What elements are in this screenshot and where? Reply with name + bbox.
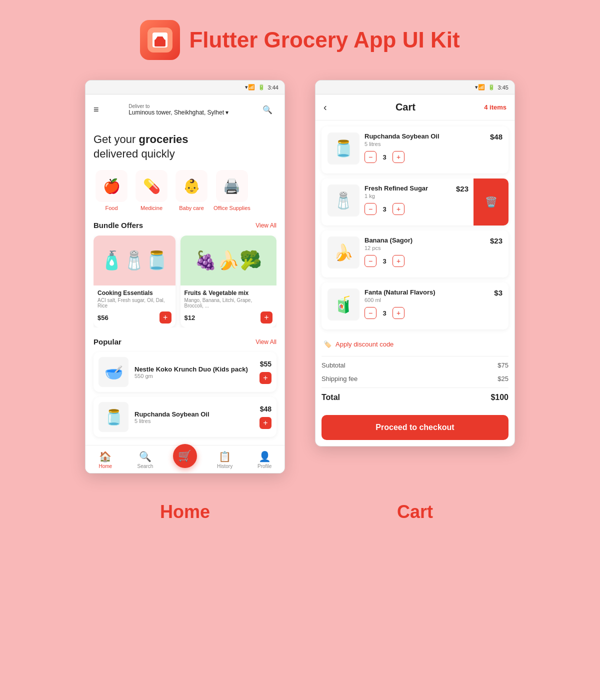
subtotal-row: Subtotal $75 xyxy=(322,358,508,372)
sugar-qty-plus[interactable]: + xyxy=(392,203,404,215)
search-button[interactable]: 🔍 xyxy=(258,100,276,118)
app-logo xyxy=(140,20,180,60)
checkout-button[interactable]: Proceed to checkout xyxy=(322,415,508,440)
shipping-value: $25 xyxy=(498,375,508,382)
sugar-qty-minus[interactable]: − xyxy=(364,203,376,215)
popular-list: 🥣 Nestle Koko Krunch Duo (Kids pack) 550… xyxy=(94,352,276,437)
total-label: Total xyxy=(322,393,340,402)
bundle-cooking-img: 🧴🧂🫙 xyxy=(94,236,176,286)
koko-img: 🥣 xyxy=(98,357,128,387)
bundle-veg-name: Fruits & Vegetable mix xyxy=(184,290,272,296)
bundle-cooking: 🧴🧂🫙 Cooking Essentials ACI salt, Fresh s… xyxy=(94,236,176,328)
nav-cart[interactable]: 🛒 xyxy=(165,452,205,468)
deliver-address: Luminous tower, Sheikhghat, Sylhet ▾ xyxy=(128,109,228,116)
home-content: Get your groceriesdelivered quickly 🍎 Fo… xyxy=(86,124,284,445)
nav-home[interactable]: 🏠 Home xyxy=(86,450,126,469)
bundle-cooking-add[interactable]: + xyxy=(160,312,172,324)
food-icon: 🍎 xyxy=(96,170,128,202)
bundle-veg-add[interactable]: + xyxy=(260,312,272,324)
deliver-label: Deliver to xyxy=(128,104,228,109)
banana-qty-num: 3 xyxy=(380,258,388,265)
category-baby-care[interactable]: 👶 Baby care xyxy=(174,170,210,211)
popular-view-all[interactable]: View All xyxy=(256,338,276,346)
soybean-sub: 5 litres xyxy=(134,418,254,424)
search-icon: 🔍 xyxy=(262,105,272,114)
soybean-img: 🫙 xyxy=(98,402,128,432)
cart-nav-btn[interactable]: 🛒 xyxy=(173,444,197,468)
bundle-cooking-name: Cooking Essentials xyxy=(98,290,172,296)
soybean-add[interactable]: + xyxy=(260,417,272,429)
nav-profile[interactable]: 👤 Profile xyxy=(244,450,284,469)
soybean-qty-minus[interactable]: − xyxy=(364,151,376,163)
category-office[interactable]: 🖨️ Office Supplies xyxy=(214,170,250,211)
shipping-row: Shipping fee $25 xyxy=(322,372,508,386)
bundle-title: Bundle Offers xyxy=(94,221,143,230)
banana-cart-sub: 12 pcs xyxy=(364,245,485,251)
soybean-qty-control: − 3 + xyxy=(364,151,485,163)
nav-history[interactable]: 📋 History xyxy=(205,450,245,469)
food-label: Food xyxy=(105,205,118,211)
banana-qty-minus[interactable]: − xyxy=(364,255,376,267)
discount-label: Apply discount code xyxy=(336,340,394,348)
soybean-qty-plus[interactable]: + xyxy=(392,151,404,163)
sugar-cart-right: $23 xyxy=(456,184,468,220)
sugar-cart-name: Fresh Refined Sugar xyxy=(364,184,451,192)
bundle-veg-img: 🍇🍌🥦 xyxy=(180,236,276,286)
koko-right: $55 + xyxy=(260,360,272,384)
bundle-cooking-footer: $56 + xyxy=(98,312,172,324)
fanta-qty-minus[interactable]: − xyxy=(364,307,376,319)
page-labels: Home Cart xyxy=(85,502,515,522)
bottom-nav: 🏠 Home 🔍 Search 🛒 📋 History 👤 Profile xyxy=(86,445,284,473)
bundle-veg-info: Fruits & Vegetable mix Mango, Banana, Li… xyxy=(180,286,276,328)
cart-header: ‹ Cart 4 items xyxy=(316,94,514,120)
popular-item-koko: 🥣 Nestle Koko Krunch Duo (Kids pack) 550… xyxy=(94,352,276,392)
koko-add[interactable]: + xyxy=(260,372,272,384)
back-button[interactable]: ‹ xyxy=(324,102,327,113)
phones-container: ▾📶 🔋 3:44 ≡ Deliver to Luminous tower, S… xyxy=(85,80,515,474)
baby-care-icon: 👶 xyxy=(176,170,208,202)
koko-sub: 550 gm xyxy=(134,373,254,379)
bundle-view-all[interactable]: View All xyxy=(256,222,276,229)
koko-name: Nestle Koko Krunch Duo (Kids pack) xyxy=(134,366,254,373)
subtotal-label: Subtotal xyxy=(322,362,346,369)
koko-info: Nestle Koko Krunch Duo (Kids pack) 550 g… xyxy=(134,366,254,379)
cart-content: 🫙 Rupchanda Soybean Oil 5 litres − 3 + $… xyxy=(316,120,514,446)
home-phone: ▾📶 🔋 3:44 ≡ Deliver to Luminous tower, S… xyxy=(85,80,285,474)
office-icon: 🖨️ xyxy=(216,170,248,202)
cart-item-sugar: 🧂 Fresh Refined Sugar 1 kg − 3 + $23 🗑️ xyxy=(322,178,508,226)
categories-row: 🍎 Food 💊 Medicine 👶 Baby care 🖨️ Office … xyxy=(94,170,276,211)
category-medicine[interactable]: 💊 Medicine xyxy=(134,170,170,211)
discount-row[interactable]: 🏷️ Apply discount code xyxy=(322,334,508,354)
svg-rect-2 xyxy=(154,40,166,46)
bundle-veg-desc: Mango, Banana, Litchi, Grape, Broccoli, … xyxy=(184,298,272,308)
soybean-cart-right: $48 xyxy=(490,132,502,168)
banana-qty-control: − 3 + xyxy=(364,255,485,267)
office-label: Office Supplies xyxy=(214,205,250,211)
bundle-veg-price: $12 xyxy=(184,314,196,322)
fanta-cart-name: Fanta (Natural Flavors) xyxy=(364,288,489,296)
banana-cart-img: 🍌 xyxy=(328,236,360,268)
medicine-icon: 💊 xyxy=(136,170,168,202)
cart-item-banana: 🍌 Banana (Sagor) 12 pcs − 3 + $23 xyxy=(322,230,508,278)
cart-page-label: Cart xyxy=(315,502,515,522)
soybean-right: $48 + xyxy=(260,405,272,429)
soybean-info: Rupchanda Soybean Oil 5 litres xyxy=(134,410,254,424)
bundle-cooking-desc: ACI salt, Fresh sugar, Oil, Dal, Rice xyxy=(98,298,172,308)
nav-search[interactable]: 🔍 Search xyxy=(126,450,166,469)
fanta-cart-price: $3 xyxy=(494,288,502,297)
fanta-cart-info: Fanta (Natural Flavors) 600 ml − 3 + xyxy=(364,288,489,319)
hero-heading: Get your groceriesdelivered quickly xyxy=(94,132,276,161)
fanta-qty-plus[interactable]: + xyxy=(392,307,404,319)
app-header: Flutter Grocery App UI Kit xyxy=(140,20,460,60)
search-nav-icon: 🔍 xyxy=(139,450,152,462)
popular-section-header: Popular View All xyxy=(94,338,276,346)
banana-qty-plus[interactable]: + xyxy=(392,255,404,267)
soybean-price: $48 xyxy=(260,405,272,413)
sugar-delete-btn[interactable]: 🗑️ xyxy=(474,178,508,226)
banana-cart-right: $23 xyxy=(490,236,502,272)
koko-price: $55 xyxy=(260,360,272,368)
soybean-cart-price: $48 xyxy=(490,132,502,141)
fanta-cart-img: 🧃 xyxy=(328,288,360,320)
category-food[interactable]: 🍎 Food xyxy=(94,170,130,211)
menu-icon[interactable]: ≡ xyxy=(94,104,99,115)
